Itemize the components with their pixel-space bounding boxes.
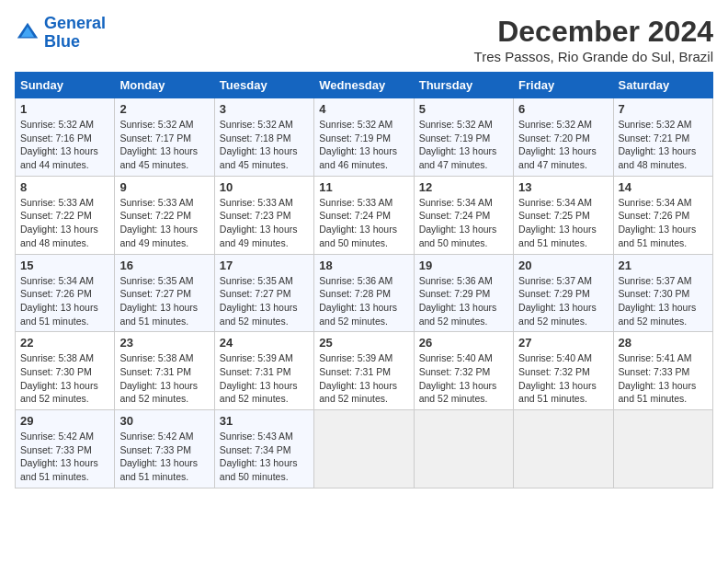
calendar-cell: 20 Sunrise: 5:37 AMSunset: 7:29 PMDaylig… bbox=[514, 254, 613, 332]
calendar-week-row: 1 Sunrise: 5:32 AMSunset: 7:16 PMDayligh… bbox=[16, 98, 713, 177]
day-detail: Sunrise: 5:34 AMSunset: 7:26 PMDaylight:… bbox=[20, 275, 98, 327]
calendar-cell bbox=[613, 410, 712, 488]
day-number: 17 bbox=[220, 259, 309, 272]
day-number: 13 bbox=[518, 180, 608, 194]
calendar-cell: 13 Sunrise: 5:34 AMSunset: 7:25 PMDaylig… bbox=[514, 176, 613, 254]
day-number: 21 bbox=[619, 259, 708, 272]
day-detail: Sunrise: 5:43 AMSunset: 7:34 PMDaylight:… bbox=[220, 431, 298, 482]
day-detail: Sunrise: 5:32 AMSunset: 7:16 PMDaylight:… bbox=[20, 119, 98, 170]
day-detail: Sunrise: 5:37 AMSunset: 7:29 PMDaylight:… bbox=[518, 275, 597, 327]
day-detail: Sunrise: 5:39 AMSunset: 7:31 PMDaylight:… bbox=[220, 352, 298, 404]
title-block: December 2024 Tres Passos, Rio Grande do… bbox=[474, 15, 713, 64]
calendar-cell: 24 Sunrise: 5:39 AMSunset: 7:31 PMDaylig… bbox=[214, 332, 313, 410]
day-number: 26 bbox=[419, 336, 508, 350]
calendar-cell: 5 Sunrise: 5:32 AMSunset: 7:19 PMDayligh… bbox=[414, 98, 513, 177]
calendar-week-row: 8 Sunrise: 5:33 AMSunset: 7:22 PMDayligh… bbox=[16, 176, 713, 254]
calendar-cell: 1 Sunrise: 5:32 AMSunset: 7:16 PMDayligh… bbox=[16, 98, 115, 177]
calendar-cell: 26 Sunrise: 5:40 AMSunset: 7:32 PMDaylig… bbox=[414, 332, 513, 410]
calendar-cell: 2 Sunrise: 5:32 AMSunset: 7:17 PMDayligh… bbox=[115, 98, 214, 177]
day-detail: Sunrise: 5:40 AMSunset: 7:32 PMDaylight:… bbox=[419, 352, 497, 404]
calendar-cell: 9 Sunrise: 5:33 AMSunset: 7:22 PMDayligh… bbox=[115, 176, 214, 254]
calendar-cell: 23 Sunrise: 5:38 AMSunset: 7:31 PMDaylig… bbox=[115, 332, 214, 410]
weekday-header: Thursday bbox=[414, 73, 513, 98]
day-detail: Sunrise: 5:34 AMSunset: 7:25 PMDaylight:… bbox=[518, 197, 597, 248]
day-detail: Sunrise: 5:35 AMSunset: 7:27 PMDaylight:… bbox=[119, 275, 198, 327]
day-number: 24 bbox=[220, 336, 309, 350]
day-number: 9 bbox=[119, 180, 209, 194]
day-number: 29 bbox=[20, 414, 109, 428]
day-detail: Sunrise: 5:32 AMSunset: 7:19 PMDaylight:… bbox=[319, 119, 397, 170]
day-number: 18 bbox=[319, 259, 408, 272]
weekday-header: Friday bbox=[514, 73, 613, 98]
day-detail: Sunrise: 5:42 AMSunset: 7:33 PMDaylight:… bbox=[20, 431, 98, 482]
calendar-cell bbox=[514, 410, 613, 488]
day-number: 25 bbox=[319, 336, 408, 350]
calendar-cell: 21 Sunrise: 5:37 AMSunset: 7:30 PMDaylig… bbox=[613, 254, 712, 332]
calendar-week-row: 29 Sunrise: 5:42 AMSunset: 7:33 PMDaylig… bbox=[16, 410, 713, 488]
day-number: 15 bbox=[20, 259, 109, 272]
weekday-header: Sunday bbox=[16, 73, 115, 98]
day-number: 1 bbox=[20, 102, 109, 116]
day-detail: Sunrise: 5:33 AMSunset: 7:22 PMDaylight:… bbox=[20, 197, 98, 248]
day-detail: Sunrise: 5:39 AMSunset: 7:31 PMDaylight:… bbox=[319, 352, 397, 404]
day-number: 8 bbox=[20, 180, 109, 194]
calendar-cell: 30 Sunrise: 5:42 AMSunset: 7:33 PMDaylig… bbox=[115, 410, 214, 488]
calendar-cell: 17 Sunrise: 5:35 AMSunset: 7:27 PMDaylig… bbox=[214, 254, 313, 332]
logo-line2: Blue bbox=[44, 32, 80, 51]
calendar-cell: 11 Sunrise: 5:33 AMSunset: 7:24 PMDaylig… bbox=[314, 176, 414, 254]
weekday-header: Tuesday bbox=[214, 73, 313, 98]
main-title: December 2024 bbox=[474, 15, 713, 49]
day-number: 7 bbox=[619, 102, 708, 116]
logo-icon bbox=[15, 20, 40, 46]
calendar-cell: 31 Sunrise: 5:43 AMSunset: 7:34 PMDaylig… bbox=[214, 410, 313, 488]
subtitle: Tres Passos, Rio Grande do Sul, Brazil bbox=[474, 49, 713, 64]
calendar-cell: 16 Sunrise: 5:35 AMSunset: 7:27 PMDaylig… bbox=[115, 254, 214, 332]
calendar-cell: 14 Sunrise: 5:34 AMSunset: 7:26 PMDaylig… bbox=[613, 176, 712, 254]
day-number: 3 bbox=[220, 102, 309, 116]
calendar-cell: 15 Sunrise: 5:34 AMSunset: 7:26 PMDaylig… bbox=[16, 254, 115, 332]
day-detail: Sunrise: 5:38 AMSunset: 7:31 PMDaylight:… bbox=[119, 352, 198, 404]
weekday-header: Monday bbox=[115, 73, 214, 98]
day-number: 11 bbox=[319, 180, 408, 194]
day-number: 6 bbox=[518, 102, 608, 116]
day-detail: Sunrise: 5:34 AMSunset: 7:24 PMDaylight:… bbox=[419, 197, 497, 248]
day-detail: Sunrise: 5:41 AMSunset: 7:33 PMDaylight:… bbox=[619, 352, 697, 404]
calendar-table: SundayMondayTuesdayWednesdayThursdayFrid… bbox=[15, 72, 713, 488]
day-number: 20 bbox=[518, 259, 608, 272]
weekday-header: Wednesday bbox=[314, 73, 414, 98]
day-detail: Sunrise: 5:33 AMSunset: 7:24 PMDaylight:… bbox=[319, 197, 397, 248]
day-detail: Sunrise: 5:33 AMSunset: 7:22 PMDaylight:… bbox=[119, 197, 198, 248]
calendar-cell bbox=[314, 410, 414, 488]
day-number: 23 bbox=[119, 336, 209, 350]
calendar-cell: 12 Sunrise: 5:34 AMSunset: 7:24 PMDaylig… bbox=[414, 176, 513, 254]
calendar-cell: 6 Sunrise: 5:32 AMSunset: 7:20 PMDayligh… bbox=[514, 98, 613, 177]
day-detail: Sunrise: 5:36 AMSunset: 7:28 PMDaylight:… bbox=[319, 275, 397, 327]
logo-line1: General bbox=[44, 14, 106, 32]
day-number: 30 bbox=[119, 414, 209, 428]
day-number: 22 bbox=[20, 336, 109, 350]
day-detail: Sunrise: 5:40 AMSunset: 7:32 PMDaylight:… bbox=[518, 352, 597, 404]
calendar-cell: 25 Sunrise: 5:39 AMSunset: 7:31 PMDaylig… bbox=[314, 332, 414, 410]
logo: General Blue bbox=[15, 15, 106, 52]
weekday-header-row: SundayMondayTuesdayWednesdayThursdayFrid… bbox=[16, 73, 713, 98]
calendar-cell bbox=[414, 410, 513, 488]
day-detail: Sunrise: 5:32 AMSunset: 7:18 PMDaylight:… bbox=[220, 119, 298, 170]
day-number: 16 bbox=[119, 259, 209, 272]
calendar-cell: 10 Sunrise: 5:33 AMSunset: 7:23 PMDaylig… bbox=[214, 176, 313, 254]
day-number: 14 bbox=[619, 180, 708, 194]
day-detail: Sunrise: 5:32 AMSunset: 7:20 PMDaylight:… bbox=[518, 119, 597, 170]
day-detail: Sunrise: 5:42 AMSunset: 7:33 PMDaylight:… bbox=[119, 431, 198, 482]
day-number: 31 bbox=[220, 414, 309, 428]
calendar-week-row: 22 Sunrise: 5:38 AMSunset: 7:30 PMDaylig… bbox=[16, 332, 713, 410]
day-number: 27 bbox=[518, 336, 608, 350]
day-detail: Sunrise: 5:32 AMSunset: 7:17 PMDaylight:… bbox=[119, 119, 198, 170]
calendar-cell: 19 Sunrise: 5:36 AMSunset: 7:29 PMDaylig… bbox=[414, 254, 513, 332]
calendar-cell: 8 Sunrise: 5:33 AMSunset: 7:22 PMDayligh… bbox=[16, 176, 115, 254]
day-number: 2 bbox=[119, 102, 209, 116]
day-detail: Sunrise: 5:38 AMSunset: 7:30 PMDaylight:… bbox=[20, 352, 98, 404]
day-number: 12 bbox=[419, 180, 508, 194]
day-number: 5 bbox=[419, 102, 508, 116]
day-detail: Sunrise: 5:32 AMSunset: 7:19 PMDaylight:… bbox=[419, 119, 497, 170]
day-detail: Sunrise: 5:33 AMSunset: 7:23 PMDaylight:… bbox=[220, 197, 298, 248]
logo-text: General Blue bbox=[44, 15, 106, 52]
